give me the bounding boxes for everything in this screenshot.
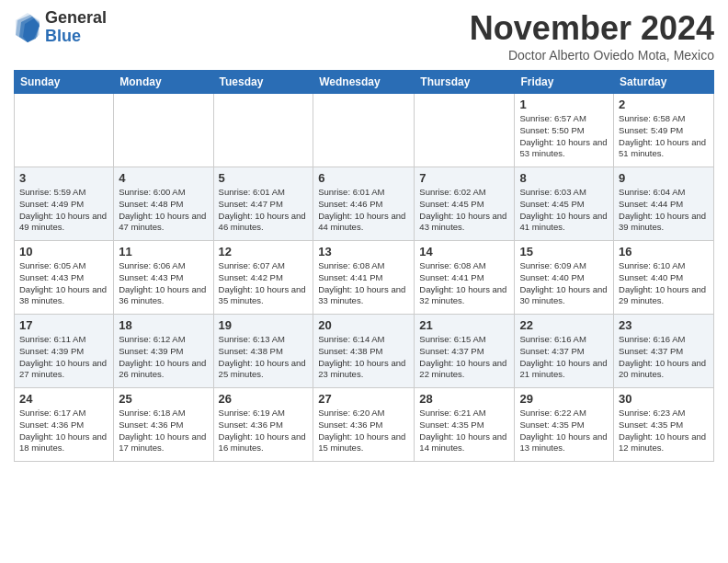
- day-number: 27: [318, 392, 409, 406]
- day-number: 9: [619, 171, 709, 185]
- day-header-wednesday: Wednesday: [313, 71, 415, 94]
- day-number: 1: [519, 98, 609, 111]
- calendar-cell: 22Sunrise: 6:16 AM Sunset: 4:37 PM Dayli…: [515, 315, 614, 388]
- day-info: Sunrise: 6:58 AM Sunset: 5:49 PM Dayligh…: [619, 113, 709, 160]
- day-number: 16: [619, 245, 709, 259]
- day-number: 8: [519, 171, 609, 185]
- day-number: 10: [19, 245, 108, 259]
- day-number: 24: [19, 392, 108, 406]
- day-header-tuesday: Tuesday: [213, 71, 313, 94]
- day-info: Sunrise: 6:57 AM Sunset: 5:50 PM Dayligh…: [519, 113, 609, 160]
- day-info: Sunrise: 6:08 AM Sunset: 4:41 PM Dayligh…: [318, 260, 409, 307]
- day-number: 18: [119, 318, 208, 332]
- day-info: Sunrise: 6:09 AM Sunset: 4:40 PM Dayligh…: [519, 260, 609, 307]
- day-header-thursday: Thursday: [415, 71, 515, 94]
- day-info: Sunrise: 6:15 AM Sunset: 4:37 PM Dayligh…: [419, 334, 509, 381]
- calendar-header-row: SundayMondayTuesdayWednesdayThursdayFrid…: [15, 71, 714, 94]
- calendar-cell: 8Sunrise: 6:03 AM Sunset: 4:45 PM Daylig…: [515, 167, 614, 241]
- day-info: Sunrise: 6:08 AM Sunset: 4:41 PM Dayligh…: [419, 260, 509, 307]
- calendar-cell: 30Sunrise: 6:23 AM Sunset: 4:35 PM Dayli…: [614, 388, 714, 462]
- day-info: Sunrise: 6:07 AM Sunset: 4:42 PM Dayligh…: [219, 260, 309, 307]
- day-number: 6: [318, 171, 409, 185]
- day-number: 11: [119, 245, 208, 259]
- day-number: 30: [619, 392, 709, 406]
- day-info: Sunrise: 6:06 AM Sunset: 4:43 PM Dayligh…: [119, 260, 208, 307]
- day-info: Sunrise: 6:13 AM Sunset: 4:38 PM Dayligh…: [219, 334, 309, 381]
- calendar-cell: [114, 94, 213, 167]
- day-header-friday: Friday: [515, 71, 614, 94]
- day-info: Sunrise: 6:01 AM Sunset: 4:46 PM Dayligh…: [318, 187, 409, 234]
- calendar-cell: 7Sunrise: 6:02 AM Sunset: 4:45 PM Daylig…: [415, 167, 515, 241]
- day-number: 14: [419, 245, 509, 259]
- day-info: Sunrise: 6:03 AM Sunset: 4:45 PM Dayligh…: [519, 187, 609, 234]
- day-number: 2: [619, 98, 709, 111]
- day-number: 22: [519, 318, 609, 332]
- calendar-cell: 14Sunrise: 6:08 AM Sunset: 4:41 PM Dayli…: [415, 241, 515, 315]
- day-number: 7: [419, 171, 509, 185]
- logo-general-text: General: [45, 9, 107, 28]
- calendar-cell: 28Sunrise: 6:21 AM Sunset: 4:35 PM Dayli…: [415, 388, 515, 462]
- day-info: Sunrise: 6:16 AM Sunset: 4:37 PM Dayligh…: [519, 334, 609, 381]
- calendar-cell: 16Sunrise: 6:10 AM Sunset: 4:40 PM Dayli…: [614, 241, 714, 315]
- day-number: 13: [318, 245, 409, 259]
- calendar-week-row: 24Sunrise: 6:17 AM Sunset: 4:36 PM Dayli…: [15, 388, 714, 462]
- calendar-cell: 19Sunrise: 6:13 AM Sunset: 4:38 PM Dayli…: [213, 315, 313, 388]
- calendar-cell: 18Sunrise: 6:12 AM Sunset: 4:39 PM Dayli…: [114, 315, 213, 388]
- calendar-table: SundayMondayTuesdayWednesdayThursdayFrid…: [14, 70, 714, 462]
- day-number: 20: [318, 318, 409, 332]
- day-info: Sunrise: 6:14 AM Sunset: 4:38 PM Dayligh…: [318, 334, 409, 381]
- day-info: Sunrise: 6:11 AM Sunset: 4:39 PM Dayligh…: [19, 334, 108, 381]
- day-number: 28: [419, 392, 509, 406]
- day-info: Sunrise: 6:20 AM Sunset: 4:36 PM Dayligh…: [318, 408, 409, 454]
- day-header-saturday: Saturday: [614, 71, 714, 94]
- calendar-week-row: 3Sunrise: 5:59 AM Sunset: 4:49 PM Daylig…: [15, 167, 714, 241]
- calendar-cell: [213, 94, 313, 167]
- title-block: November 2024 Doctor Alberto Oviedo Mota…: [470, 9, 714, 63]
- calendar-cell: 20Sunrise: 6:14 AM Sunset: 4:38 PM Dayli…: [313, 315, 415, 388]
- day-number: 25: [119, 392, 208, 406]
- day-info: Sunrise: 6:21 AM Sunset: 4:35 PM Dayligh…: [419, 408, 509, 454]
- calendar-cell: [313, 94, 415, 167]
- day-info: Sunrise: 6:16 AM Sunset: 4:37 PM Dayligh…: [619, 334, 709, 381]
- calendar-cell: 3Sunrise: 5:59 AM Sunset: 4:49 PM Daylig…: [15, 167, 114, 241]
- calendar-cell: 9Sunrise: 6:04 AM Sunset: 4:44 PM Daylig…: [614, 167, 714, 241]
- logo-text: General Blue: [45, 9, 107, 46]
- day-info: Sunrise: 6:12 AM Sunset: 4:39 PM Dayligh…: [119, 334, 208, 381]
- day-number: 19: [219, 318, 309, 332]
- calendar-cell: 10Sunrise: 6:05 AM Sunset: 4:43 PM Dayli…: [15, 241, 114, 315]
- day-number: 17: [19, 318, 108, 332]
- calendar-cell: 21Sunrise: 6:15 AM Sunset: 4:37 PM Dayli…: [415, 315, 515, 388]
- calendar-cell: 27Sunrise: 6:20 AM Sunset: 4:36 PM Dayli…: [313, 388, 415, 462]
- location: Doctor Alberto Oviedo Mota, Mexico: [470, 48, 714, 63]
- day-info: Sunrise: 6:19 AM Sunset: 4:36 PM Dayligh…: [219, 408, 309, 454]
- calendar-cell: 15Sunrise: 6:09 AM Sunset: 4:40 PM Dayli…: [515, 241, 614, 315]
- day-info: Sunrise: 6:18 AM Sunset: 4:36 PM Dayligh…: [119, 408, 208, 454]
- day-info: Sunrise: 6:00 AM Sunset: 4:48 PM Dayligh…: [119, 187, 208, 234]
- calendar-cell: 13Sunrise: 6:08 AM Sunset: 4:41 PM Dayli…: [313, 241, 415, 315]
- day-info: Sunrise: 6:10 AM Sunset: 4:40 PM Dayligh…: [619, 260, 709, 307]
- day-info: Sunrise: 6:22 AM Sunset: 4:35 PM Dayligh…: [519, 408, 609, 454]
- calendar-week-row: 17Sunrise: 6:11 AM Sunset: 4:39 PM Dayli…: [15, 315, 714, 388]
- calendar-cell: 26Sunrise: 6:19 AM Sunset: 4:36 PM Dayli…: [213, 388, 313, 462]
- calendar-cell: 24Sunrise: 6:17 AM Sunset: 4:36 PM Dayli…: [15, 388, 114, 462]
- day-header-sunday: Sunday: [15, 71, 114, 94]
- logo-blue-text: Blue: [45, 28, 107, 46]
- day-number: 12: [219, 245, 309, 259]
- day-number: 3: [19, 171, 108, 185]
- day-info: Sunrise: 6:02 AM Sunset: 4:45 PM Dayligh…: [419, 187, 509, 234]
- day-number: 15: [519, 245, 609, 259]
- calendar-cell: 4Sunrise: 6:00 AM Sunset: 4:48 PM Daylig…: [114, 167, 213, 241]
- day-info: Sunrise: 6:01 AM Sunset: 4:47 PM Dayligh…: [219, 187, 309, 234]
- calendar-cell: 2Sunrise: 6:58 AM Sunset: 5:49 PM Daylig…: [614, 94, 714, 167]
- day-number: 26: [219, 392, 309, 406]
- day-number: 29: [519, 392, 609, 406]
- calendar-week-row: 10Sunrise: 6:05 AM Sunset: 4:43 PM Dayli…: [15, 241, 714, 315]
- header: General Blue November 2024 Doctor Albert…: [14, 9, 714, 63]
- month-title: November 2024: [470, 9, 714, 48]
- calendar-cell: 1Sunrise: 6:57 AM Sunset: 5:50 PM Daylig…: [515, 94, 614, 167]
- page-container: General Blue November 2024 Doctor Albert…: [0, 0, 728, 466]
- logo-icon: [14, 11, 41, 44]
- calendar-cell: 29Sunrise: 6:22 AM Sunset: 4:35 PM Dayli…: [515, 388, 614, 462]
- calendar-cell: 5Sunrise: 6:01 AM Sunset: 4:47 PM Daylig…: [213, 167, 313, 241]
- calendar-cell: 6Sunrise: 6:01 AM Sunset: 4:46 PM Daylig…: [313, 167, 415, 241]
